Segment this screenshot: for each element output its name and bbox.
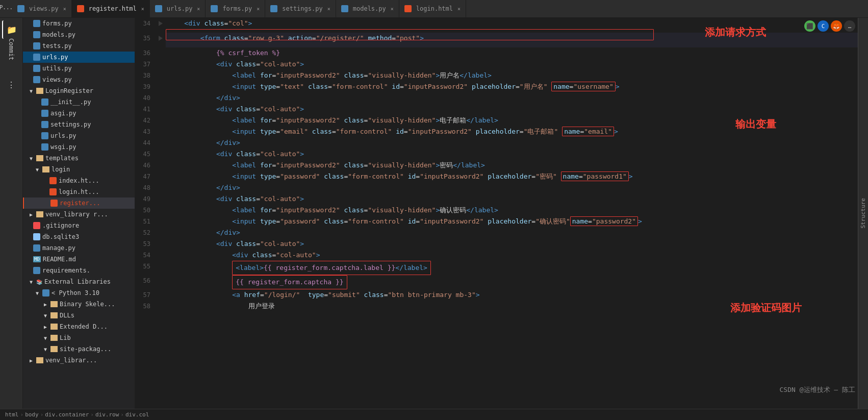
sidebar-item-db[interactable]: db.sqlite3 [23,231,135,242]
explorer-icon[interactable]: 📁 [2,20,20,39]
sidebar-item-urls[interactable]: urls.py [23,52,135,63]
code-line-57: 57 <a href="/login/" type="submit" class… [135,289,868,301]
sidebar-item-label: __init__.py [50,98,91,106]
line-content: <div class="col-auto"> [166,250,868,261]
sidebar-item-label: login.ht... [59,188,99,195]
sidebar-item-index[interactable]: index.ht... [23,175,135,186]
sidebar-item-wsgi[interactable]: wsgi.py [23,141,135,153]
email-box: name="email" [562,127,614,136]
sidebar-folder-dlls[interactable]: ▼ DLLs [23,310,135,321]
tab-close-models[interactable]: × [391,6,394,12]
blue-icon[interactable]: C [818,20,829,32]
line-gutter [156,137,166,149]
line-content: <label for="inputPassword2" class="visua… [166,70,868,81]
sidebar-folder-loginregister[interactable]: ▼ LoginRegister [23,85,135,96]
tab-views[interactable]: views.py × [12,0,72,18]
sidebar-item-label: views.py [42,76,72,83]
tab-close-login[interactable]: × [457,6,461,12]
sidebar-folder-sitepackages[interactable]: ▼ site-packag... [23,343,135,355]
tab-close-views[interactable]: × [63,6,66,12]
sidebar-folder-extended[interactable]: ▶ Extended D... [23,321,135,332]
commit-icon[interactable]: Commit [2,40,20,59]
sidebar-item-models[interactable]: models.py [23,29,135,40]
tab-close-settings[interactable]: × [327,6,330,12]
sidebar-item-tests[interactable]: tests.py [23,40,135,52]
code-line-34: 34 <div class="col"> [135,18,868,33]
line-num: 51 [135,216,156,227]
html-file-icon-2 [49,188,57,195]
sidebar-item-label: models.py [42,31,75,38]
sidebar-folder-binary[interactable]: ▶ Binary Skele... [23,299,135,310]
tab-close-forms[interactable]: × [257,6,260,12]
tab-forms[interactable]: forms.py × [206,0,265,18]
tab-urls[interactable]: urls.py × [150,0,206,18]
sidebar-item-gitignore[interactable]: .gitignore [23,220,135,231]
breadcrumb-col: div.col [125,411,149,418]
tab-models[interactable]: models.py × [336,0,399,18]
folder-icon-5 [50,301,58,307]
line-num: 40 [135,92,156,104]
line-content: {{ register_form.captcha }} [166,275,868,289]
green-icon[interactable]: ⬛ [804,20,815,32]
sidebar-item-settings[interactable]: settings.py [23,119,135,130]
sidebar-item-label: index.ht... [59,177,99,184]
folder-icon-2 [36,155,43,161]
tab-settings[interactable]: settings.py × [265,0,336,18]
sidebar-folder-lib[interactable]: ▼ Lib [23,332,135,343]
sidebar-collapse-icon[interactable]: P... [0,2,12,14]
py-file-icon-5 [33,65,40,72]
sidebar-item-requirements[interactable]: requirements. [23,265,135,276]
tab-login[interactable]: login.html × [399,0,466,18]
py-file-icon-11 [41,143,48,151]
py-file-icon [33,20,40,27]
sidebar-folder-templates[interactable]: ▼ templates [23,153,135,164]
code-lines: 34 <div class="col"> 35 <form class="row… [135,18,868,312]
line-content: </div> [166,92,868,104]
py-file-icon-10 [41,132,48,139]
sidebar-folder-login[interactable]: ▼ login [23,164,135,175]
sidebar-item-manage[interactable]: manage.py [23,242,135,254]
tab-close-register[interactable]: × [141,6,144,12]
line-content: <input type="email" class="form-control"… [166,126,868,137]
sidebar-item-label: wsgi.py [50,143,76,151]
line-gutter [156,18,166,33]
line-content: <label for="inputPassword2" class="visua… [166,160,868,171]
sidebar-item-register-html[interactable]: register... [23,197,135,209]
line-gutter [156,301,166,312]
sidebar-item-utils[interactable]: utils.py [23,63,135,74]
sidebar-item-urls-2[interactable]: urls.py [23,130,135,141]
sidebar-item-login-html[interactable]: login.ht... [23,186,135,197]
line-content: <div class="col-auto"> [166,104,868,115]
line-gutter [156,33,166,47]
unknown-icon[interactable]: ⋮ [2,76,20,94]
structure-panel[interactable]: Structure [858,18,868,409]
sidebar-folder-venv[interactable]: ▶ venv_library r... [23,209,135,220]
sidebar-item-views[interactable]: views.py [23,74,135,85]
code-line-35: 35 <form class="row g-3" action="/regist… [135,33,868,47]
line-num: 46 [135,160,156,171]
sidebar-item-label: .gitignore [42,222,79,229]
code-line-48: 48 </div> [135,182,868,193]
code-editor[interactable]: 34 <div class="col"> 35 <form class="row… [135,18,868,409]
sidebar-folder-venv2[interactable]: ▶ venv_librar... [23,355,135,366]
sidebar-item-label: requirements. [42,267,90,274]
tab-close-urls[interactable]: × [197,6,200,12]
py-file-icon-7 [41,98,48,106]
sidebar-item-readme[interactable]: MD README.md [23,254,135,265]
structure-label: Structure [860,198,866,229]
expand-icon-6: ▼ [41,311,49,319]
code-line-44: 44 </div> [135,137,868,149]
line-content: 用户登录 [166,301,868,312]
sidebar-folder-external[interactable]: ▼ 📚 External Libraries [23,276,135,287]
line-content: <label for="inputPassword2" class="visua… [166,205,868,216]
line-num: 37 [135,59,156,70]
sidebar-item-init[interactable]: __init__.py [23,96,135,108]
tab-register[interactable]: register.html × [72,0,150,18]
more-icon[interactable]: … [844,20,855,32]
sidebar-item-label: README.md [43,256,76,263]
orange-icon[interactable]: 🦊 [831,20,842,32]
sidebar-item-forms[interactable]: forms.py [23,18,135,29]
sidebar-item-asgi[interactable]: asgi.py [23,108,135,119]
svg-marker-0 [159,21,163,26]
sidebar-folder-python[interactable]: ▼ < Python 3.10 [23,287,135,299]
